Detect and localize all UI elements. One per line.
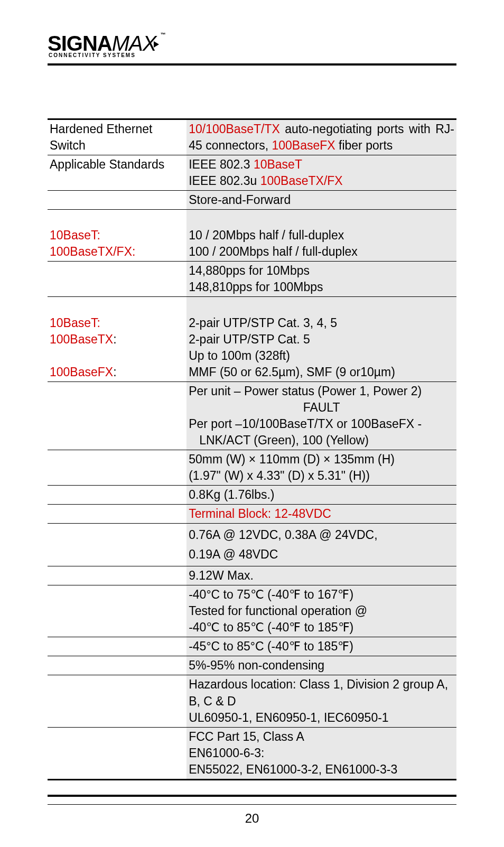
row-label-empty	[48, 191, 186, 210]
text: FAULT	[189, 399, 454, 416]
row-value: 50mm (W) × 110mm (D) × 135mm (H) (1.97" …	[186, 450, 456, 485]
row-value: 9.12W Max.	[186, 566, 456, 585]
text: Hazardous location: Class 1, Division 2 …	[189, 677, 448, 708]
table-row: Applicable Standards IEEE 802.3 10BaseT …	[48, 155, 456, 191]
text: Tested for functional operation @	[189, 604, 367, 618]
text: 14,880pps for 10Mbps	[189, 264, 310, 277]
page-number: 20	[0, 811, 504, 826]
text: :	[113, 332, 116, 346]
table-row: 0.76A @ 12VDC, 0.38A @ 24VDC, 0.19A @ 48…	[48, 524, 456, 566]
row-label: Hardened Ethernet Switch	[48, 119, 186, 155]
text: 50mm (W) × 110mm (D) × 135mm (H)	[189, 452, 395, 466]
text: IEEE 802.3	[189, 157, 254, 171]
row-value: 0.8Kg (1.76lbs.)	[186, 485, 456, 504]
logo-bold: SIGNA	[48, 32, 112, 55]
text: fiber ports	[335, 138, 393, 152]
text: Per unit – Power status (Power 1, Power …	[189, 384, 422, 398]
text: 100 / 200Mbps half / full-duplex	[189, 245, 358, 258]
header-divider	[48, 63, 456, 66]
text: 148,810pps for 100Mbps	[189, 280, 323, 294]
table-row: 50mm (W) × 110mm (D) × 135mm (H) (1.97" …	[48, 450, 456, 485]
row-value: 2-pair UTP/STP Cat. 3, 4, 5 2-pair UTP/S…	[186, 297, 456, 381]
text: 2-pair UTP/STP Cat. 5	[189, 332, 310, 346]
text-red: 100BaseFX	[50, 365, 113, 379]
row-label: 10BaseT: 100BaseTX/FX:	[48, 210, 186, 262]
row-value: 14,880pps for 10Mbps 148,810pps for 100M…	[186, 262, 456, 297]
table-row: 5%-95% non-condensing	[48, 656, 456, 675]
row-label-empty	[48, 656, 186, 675]
text-red: 100BaseFX	[272, 138, 335, 152]
text-red: Terminal Block: 12-48VDC	[189, 507, 331, 520]
table-row: Hazardous location: Class 1, Division 2 …	[48, 675, 456, 727]
row-value: FCC Part 15, Class A EN61000-6-3: EN5502…	[186, 727, 456, 779]
row-value: -40°C to 75℃ (-40℉ to 167℉) Tested for f…	[186, 585, 456, 637]
thick-rule	[48, 795, 456, 797]
trademark: ™	[160, 32, 165, 38]
text: FCC Part 15, Class A	[189, 730, 304, 743]
row-label-empty	[48, 450, 186, 485]
text-red: 10BaseT:	[50, 316, 100, 330]
table-row: 10BaseT: 100BaseTX/FX: 10 / 20Mbps half …	[48, 210, 456, 262]
row-value: 10/100BaseT/TX auto-negotiating ports wi…	[186, 119, 456, 155]
row-label-empty	[48, 524, 186, 566]
row-value: 0.76A @ 12VDC, 0.38A @ 24VDC, 0.19A @ 48…	[186, 524, 456, 566]
row-label-empty	[48, 505, 186, 524]
text: EN55022, EN61000-3-2, EN61000-3-3	[189, 762, 397, 776]
text: Per port –10/100BaseT/TX or 100BaseFX -	[189, 417, 422, 431]
row-label: 10BaseT: 100BaseTX: 100BaseFX:	[48, 297, 186, 381]
row-label-empty	[48, 381, 186, 450]
text-red: 100BaseTX	[50, 332, 113, 346]
table-row: -45°C to 85°C (-40℉ to 185℉)	[48, 637, 456, 656]
text: 0.19A @ 48VDC	[189, 546, 278, 563]
text: 0.76A @ 12VDC, 0.38A @ 24VDC,	[189, 528, 377, 542]
row-value: 5%-95% non-condensing	[186, 656, 456, 675]
row-label-empty	[48, 262, 186, 297]
table-row: 14,880pps for 10Mbps 148,810pps for 100M…	[48, 262, 456, 297]
text-red: 10BaseT:	[50, 228, 100, 242]
table-row: FCC Part 15, Class A EN61000-6-3: EN5502…	[48, 727, 456, 779]
text: EN61000-6-3:	[189, 746, 264, 760]
text: -40°C to 75℃ (-40℉ to 167℉)	[189, 588, 353, 601]
table-row: Terminal Block: 12-48VDC	[48, 505, 456, 524]
row-value: Terminal Block: 12-48VDC	[186, 505, 456, 524]
text-red: 10/100BaseT/TX	[189, 122, 280, 136]
row-value: Store-and-Forward	[186, 191, 456, 210]
row-value: 10 / 20Mbps half / full-duplex 100 / 200…	[186, 210, 456, 262]
footer-divider	[48, 795, 456, 805]
text: LNK/ACT (Green), 100 (Yellow)	[189, 433, 369, 447]
table-row: Per unit – Power status (Power 1, Power …	[48, 381, 456, 450]
row-label-empty	[48, 675, 186, 727]
row-label-empty	[48, 566, 186, 585]
text: :	[113, 365, 116, 379]
table-row: -40°C to 75℃ (-40℉ to 167℉) Tested for f…	[48, 585, 456, 637]
thin-rule	[48, 804, 456, 805]
text: -40℃ to 85℃ (-40℉ to 185℉)	[189, 620, 353, 634]
table-row: 0.8Kg (1.76lbs.)	[48, 485, 456, 504]
table-row: 9.12W Max.	[48, 566, 456, 585]
text: 2-pair UTP/STP Cat. 3, 4, 5	[189, 316, 337, 330]
table-row: 10BaseT: 100BaseTX: 100BaseFX: 2-pair UT…	[48, 297, 456, 381]
text-red: 100BaseTX/FX:	[50, 245, 135, 258]
table-row: Hardened Ethernet Switch 10/100BaseT/TX …	[48, 119, 456, 155]
text: (1.97" (W) x 4.33" (D) x 5.31" (H))	[189, 469, 370, 482]
row-label-empty	[48, 485, 186, 504]
text: IEEE 802.3u	[189, 174, 260, 188]
row-value: -45°C to 85°C (-40℉ to 185℉)	[186, 637, 456, 656]
text: Up to 100m (328ft)	[189, 349, 290, 362]
text: 10 / 20Mbps half / full-duplex	[189, 228, 344, 242]
text-red: 10BaseT	[254, 157, 302, 171]
row-value: Per unit – Power status (Power 1, Power …	[186, 381, 456, 450]
row-label-empty	[48, 727, 186, 779]
logo-thin: MAX	[112, 32, 156, 55]
table-row: Store-and-Forward	[48, 191, 456, 210]
row-label-empty	[48, 637, 186, 656]
text: UL60950-1, EN60950-1, IEC60950-1	[189, 711, 388, 724]
row-value: IEEE 802.3 10BaseT IEEE 802.3u 100BaseTX…	[186, 155, 456, 191]
arrow-icon	[154, 41, 159, 48]
brand-logo: SIGNAMAX™ CONNECTIVITY SYSTEMS	[48, 32, 165, 58]
page-header: SIGNAMAX™ CONNECTIVITY SYSTEMS	[48, 32, 456, 59]
row-value: Hazardous location: Class 1, Division 2 …	[186, 675, 456, 727]
text: MMF (50 or 62.5µm), SMF (9 or10µm)	[189, 365, 395, 379]
text-red: 100BaseTX/FX	[260, 174, 343, 188]
spec-table: Hardened Ethernet Switch 10/100BaseT/TX …	[48, 118, 456, 780]
